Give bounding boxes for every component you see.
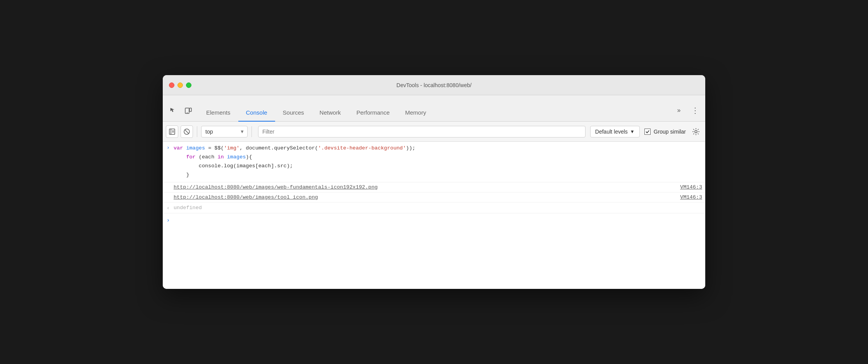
console-link-2[interactable]: http://localhost:8080/web/images/tool_ic… xyxy=(174,194,318,200)
tab-elements[interactable]: Elements xyxy=(198,104,238,122)
svg-rect-1 xyxy=(189,108,191,112)
tab-performance[interactable]: Performance xyxy=(349,104,398,122)
console-content: › var images = $$('img', document.queryS… xyxy=(163,142,705,289)
maximize-button[interactable] xyxy=(186,82,191,88)
input-prompt-icon: › xyxy=(163,217,174,223)
console-undefined-entry: ‹ undefined xyxy=(163,203,705,213)
tab-network[interactable]: Network xyxy=(312,104,349,122)
toolbar-divider-2 xyxy=(251,126,252,137)
console-link-line-1: http://localhost:8080/web/images/web-fun… xyxy=(163,182,705,192)
device-toolbar-icon[interactable] xyxy=(181,103,195,117)
settings-gear-icon[interactable] xyxy=(690,125,702,138)
close-button[interactable] xyxy=(169,82,174,88)
titlebar: DevTools - localhost:8080/web/ xyxy=(163,75,705,95)
more-tabs-icon[interactable]: » xyxy=(672,103,686,117)
inspect-element-icon[interactable] xyxy=(166,103,180,117)
levels-label: Default levels xyxy=(595,129,628,135)
undefined-value: undefined xyxy=(174,205,202,211)
code-line-4: } xyxy=(174,171,702,180)
code-line-1: var images = $$('img', document.querySel… xyxy=(174,144,702,153)
toolbar-divider-1 xyxy=(197,126,197,137)
svg-point-2 xyxy=(187,112,188,113)
code-line-3: console.log(images[each].src); xyxy=(174,162,702,171)
console-link-line-2: http://localhost:8080/web/images/tool_ic… xyxy=(163,192,705,203)
levels-arrow-icon: ▼ xyxy=(630,129,635,134)
console-toolbar: top ▼ Default levels ▼ Group similar xyxy=(163,122,705,142)
devtools-window: DevTools - localhost:8080/web/ Elements … xyxy=(163,75,705,289)
group-similar-checkbox[interactable] xyxy=(644,129,651,135)
code-line-2: for (each in images){ xyxy=(174,153,702,162)
console-link-1[interactable]: http://localhost:8080/web/images/web-fun… xyxy=(174,184,378,190)
console-input-line[interactable]: › xyxy=(163,213,705,227)
code-entry-content: var images = $$('img', document.querySel… xyxy=(174,144,702,180)
clear-console-button[interactable] xyxy=(181,125,193,138)
console-input-entry: › var images = $$('img', document.queryS… xyxy=(163,142,705,182)
tabbar-more: » ⋮ xyxy=(672,103,702,121)
context-select-input[interactable]: top xyxy=(201,126,248,137)
svg-line-8 xyxy=(185,130,189,134)
customize-icon[interactable]: ⋮ xyxy=(688,103,702,117)
tabbar: Elements Console Sources Network Perform… xyxy=(163,95,705,122)
window-title: DevTools - localhost:8080/web/ xyxy=(396,82,472,88)
traffic-lights xyxy=(169,82,191,88)
filter-input[interactable] xyxy=(258,126,586,137)
sidebar-toggle-button[interactable] xyxy=(166,125,178,138)
tab-sources[interactable]: Sources xyxy=(275,104,312,122)
context-selector[interactable]: top ▼ xyxy=(201,126,248,137)
console-input[interactable] xyxy=(174,217,702,223)
vm-ref-2[interactable]: VM146:3 xyxy=(680,194,702,200)
svg-rect-3 xyxy=(169,129,175,134)
group-similar-label: Group similar xyxy=(654,129,686,135)
minimize-button[interactable] xyxy=(177,82,183,88)
group-similar-area: Group similar xyxy=(644,129,686,135)
tab-memory[interactable]: Memory xyxy=(398,104,434,122)
svg-point-9 xyxy=(695,130,697,133)
levels-button[interactable]: Default levels ▼ xyxy=(590,126,640,137)
output-arrow-icon: ‹ xyxy=(163,204,174,211)
tab-console[interactable]: Console xyxy=(238,104,275,122)
input-arrow-icon[interactable]: › xyxy=(163,144,174,151)
toolbar-icons xyxy=(166,103,195,121)
vm-ref-1[interactable]: VM146:3 xyxy=(680,184,702,190)
